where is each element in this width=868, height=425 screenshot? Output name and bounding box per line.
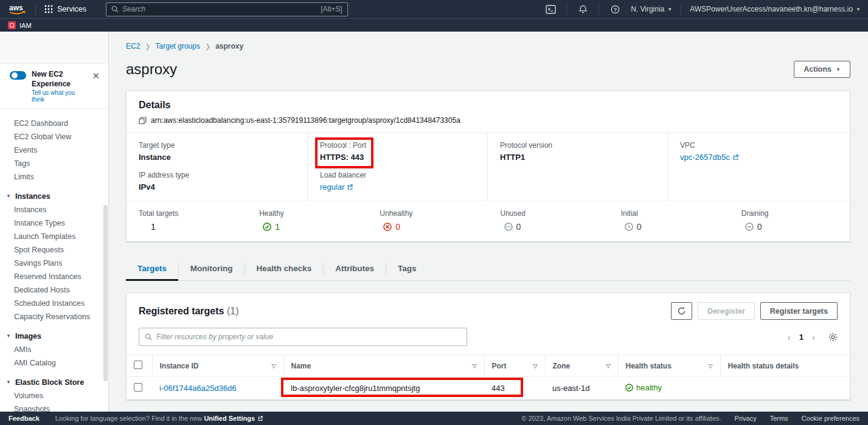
privacy-link[interactable]: Privacy: [735, 415, 757, 422]
sidebar-item-dedicated-hosts[interactable]: Dedicated Hosts: [0, 283, 108, 297]
favorites-bar: IAM: [0, 18, 868, 32]
help-button[interactable]: ?: [608, 2, 622, 16]
breadcrumb-separator: ❯: [145, 43, 150, 50]
tab-targets[interactable]: Targets: [126, 258, 178, 280]
services-menu-button[interactable]: Services: [42, 5, 89, 13]
aws-logo[interactable]: aws: [7, 2, 29, 16]
account-menu[interactable]: AWSPowerUserAccess/navaneeth.kn@harness.…: [690, 5, 861, 13]
breadcrumb-target-groups[interactable]: Target groups: [156, 42, 200, 50]
stat-value-healthy: 1: [259, 222, 355, 232]
sidebar-scrollbar[interactable]: [103, 205, 108, 381]
sidebar-section-images[interactable]: ▼Images: [0, 329, 108, 343]
experience-toggle[interactable]: [10, 71, 26, 80]
next-page-button[interactable]: ›: [812, 333, 815, 342]
sidebar-item-snapshots[interactable]: Snapshots: [0, 403, 108, 412]
deregister-button[interactable]: Deregister: [698, 302, 755, 320]
divider: [599, 4, 599, 15]
sort-icon[interactable]: ▽: [709, 363, 713, 369]
experience-label: New EC2 Experience: [32, 70, 85, 89]
sidebar-item-volumes[interactable]: Volumes: [0, 389, 108, 403]
targets-filter-input[interactable]: [156, 333, 461, 341]
actions-button[interactable]: Actions ▼: [794, 61, 850, 78]
tab-monitoring[interactable]: Monitoring: [179, 258, 245, 280]
clock-circle-icon: [625, 223, 633, 231]
sidebar-item-instance-types[interactable]: Instance Types: [0, 216, 108, 230]
field-label-ip-address-type: IP address type: [139, 171, 295, 179]
sidebar-item-limits[interactable]: Limits: [0, 170, 108, 184]
notifications-bell-button[interactable]: [575, 2, 590, 16]
region-label: N. Virginia: [631, 5, 664, 13]
breadcrumb: EC2 ❯ Target groups ❯ asproxy: [126, 42, 850, 50]
language-selection-text: Looking for language selection? Find it …: [55, 415, 263, 422]
details-panel: Details arn:aws:elasticloadbalancing:us-…: [126, 91, 850, 242]
search-icon: [111, 5, 119, 13]
load-balancer-link[interactable]: regular: [320, 182, 353, 192]
iam-icon: [8, 21, 16, 29]
tab-health-checks[interactable]: Health checks: [245, 258, 324, 280]
row-checkbox[interactable]: [134, 383, 142, 392]
feedback-link[interactable]: Feedback: [9, 415, 40, 422]
close-icon[interactable]: ✕: [91, 70, 101, 81]
terms-link[interactable]: Terms: [770, 415, 788, 422]
register-targets-button[interactable]: Register targets: [760, 302, 838, 320]
sidebar-item-amis[interactable]: AMIs: [0, 343, 108, 356]
previous-page-button[interactable]: ‹: [788, 333, 791, 342]
sidebar-item-launch-templates[interactable]: Launch Templates: [0, 230, 108, 243]
instance-id-link[interactable]: i-06f1744a6a25d36d6: [159, 384, 237, 393]
sort-icon[interactable]: ▽: [606, 363, 611, 369]
minus-circle-icon: [745, 223, 754, 231]
sidebar-item-instances[interactable]: Instances: [0, 203, 108, 216]
x-circle-icon: [383, 223, 392, 231]
details-title: Details: [139, 100, 838, 111]
sort-icon[interactable]: ▽: [473, 363, 477, 369]
sidebar-item-reserved-instances[interactable]: Reserved Instances: [0, 270, 108, 283]
registered-targets-panel: Registered targets (1) Deregister Regist…: [126, 292, 850, 400]
field-label-protocol-version: Protocol version: [500, 141, 655, 150]
sidebar-item-spot-requests[interactable]: Spot Requests: [0, 243, 108, 257]
sidebar-item-savings-plans[interactable]: Savings Plans: [0, 257, 108, 270]
field-value-protocol-port: HTTPS: 443: [320, 153, 366, 162]
recent-service-iam[interactable]: IAM: [8, 21, 32, 29]
divider: [566, 4, 567, 15]
refresh-button[interactable]: [671, 302, 692, 320]
stat-value-draining: 0: [741, 222, 838, 232]
select-all-checkbox[interactable]: [134, 361, 142, 369]
sidebar-item-capacity-reservations[interactable]: Capacity Reservations: [0, 310, 108, 323]
sidebar-item-ec2-dashboard[interactable]: EC2 Dashboard: [0, 117, 108, 130]
sort-icon[interactable]: ▽: [533, 363, 538, 369]
ellipsis-circle-icon: [504, 223, 513, 231]
column-header-instance-id: Instance ID: [160, 362, 199, 370]
field-label-protocol-port: Protocol : Port: [320, 141, 366, 150]
targets-filter[interactable]: [139, 328, 467, 346]
experience-feedback-link[interactable]: Tell us what you think: [32, 89, 85, 103]
tab-attributes[interactable]: Attributes: [324, 258, 386, 280]
global-search[interactable]: [Alt+S]: [106, 2, 348, 16]
sidebar-top-spacer: [0, 32, 108, 63]
copyright-text: © 2023, Amazon Web Services India Privat…: [522, 415, 721, 422]
unified-settings-link[interactable]: Unified Settings: [204, 415, 263, 422]
sidebar-item-ec2-global-view[interactable]: EC2 Global View: [0, 130, 108, 143]
search-input[interactable]: [122, 5, 317, 13]
copy-icon[interactable]: [139, 117, 147, 125]
stat-label-initial: Initial: [621, 209, 717, 218]
stat-label-unused: Unused: [501, 209, 597, 218]
sidebar-section-instances[interactable]: ▼Instances: [0, 189, 108, 203]
tab-tags[interactable]: Tags: [386, 258, 428, 280]
svg-text:aws: aws: [9, 4, 23, 12]
registered-targets-count: (1): [227, 306, 239, 316]
sort-icon[interactable]: ▽: [272, 363, 276, 369]
cloudshell-button[interactable]: [543, 2, 558, 16]
cookie-preferences-link[interactable]: Cookie preferences: [802, 415, 859, 422]
breadcrumb-ec2[interactable]: EC2: [126, 42, 140, 50]
region-selector[interactable]: N. Virginia ▼: [631, 5, 672, 13]
sidebar-item-scheduled-instances[interactable]: Scheduled Instances: [0, 297, 108, 310]
target-group-tabs: Targets Monitoring Health checks Attribu…: [126, 258, 850, 281]
sidebar-section-elastic-block-store[interactable]: ▼Elastic Block Store: [0, 375, 108, 389]
table-settings-gear-icon[interactable]: [828, 333, 838, 342]
column-header-port: Port: [492, 362, 507, 370]
sidebar-item-events[interactable]: Events: [0, 143, 108, 157]
divider: [35, 4, 36, 15]
sidebar-item-ami-catalog[interactable]: AMI Catalog: [0, 356, 108, 370]
vpc-link[interactable]: vpc-2657db5c: [680, 153, 739, 162]
sidebar-item-tags[interactable]: Tags: [0, 157, 108, 170]
